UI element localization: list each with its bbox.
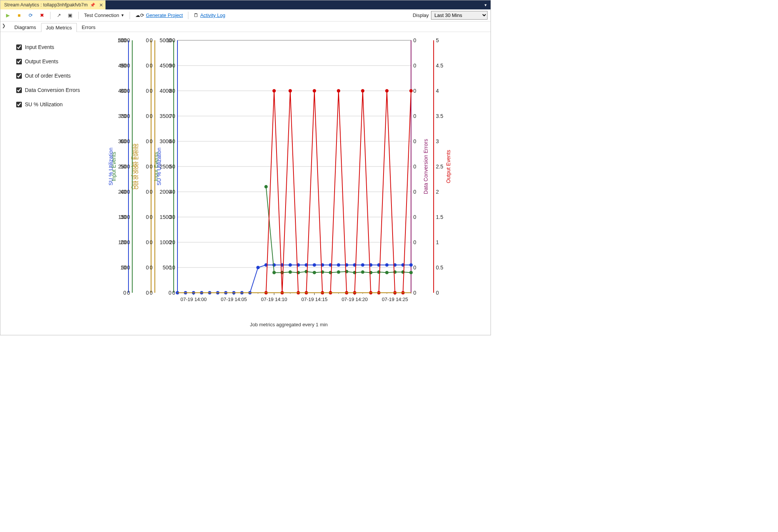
svg-point-216 <box>385 89 388 93</box>
svg-text:2000: 2000 <box>118 189 130 195</box>
svg-text:3000: 3000 <box>118 138 130 144</box>
svg-text:10: 10 <box>169 264 175 271</box>
svg-text:07-19 14:20: 07-19 14:20 <box>342 297 368 302</box>
close-icon[interactable]: ✕ <box>98 2 103 8</box>
legend-item-input-events[interactable]: Input Events <box>16 44 91 50</box>
stop-icon[interactable]: ■ <box>15 11 24 20</box>
toolbar: ▶ ■ ⟳ ✖ ↗ ▣ Test Connection ▼ ☁⟳ Generat… <box>0 9 491 21</box>
svg-text:0: 0 <box>150 239 153 245</box>
svg-point-178 <box>385 263 388 267</box>
svg-text:0: 0 <box>146 239 149 245</box>
svg-point-172 <box>337 263 340 267</box>
svg-point-166 <box>289 263 292 267</box>
ide-tab[interactable]: Stream Analytics : tollapp3nhfjpakfvb7m … <box>0 0 106 9</box>
expand-icon[interactable]: ❯ <box>2 23 6 28</box>
svg-point-182 <box>264 185 268 188</box>
tab-job-metrics[interactable]: Job Metrics <box>41 23 77 32</box>
svg-text:0: 0 <box>150 138 153 144</box>
svg-text:2500: 2500 <box>118 164 130 170</box>
checkbox-su-util[interactable] <box>16 102 22 107</box>
svg-point-219 <box>410 89 413 93</box>
svg-text:0: 0 <box>436 290 439 296</box>
chevron-down-icon: ▼ <box>121 13 124 17</box>
window: Stream Analytics : tollapp3nhfjpakfvb7m … <box>0 0 491 335</box>
checkbox-output-events[interactable] <box>16 59 22 64</box>
svg-text:50: 50 <box>169 164 175 170</box>
play-icon[interactable]: ▶ <box>3 11 12 20</box>
svg-point-175 <box>361 263 364 267</box>
cloud-refresh-icon: ☁⟳ <box>135 12 144 18</box>
svg-text:0: 0 <box>150 290 153 296</box>
svg-text:0: 0 <box>146 264 149 271</box>
svg-text:60: 60 <box>169 138 175 144</box>
legend-item-out-of-order[interactable]: Out of order Events <box>16 73 91 79</box>
checkbox-data-conv[interactable] <box>16 87 22 93</box>
svg-text:0: 0 <box>413 264 416 271</box>
svg-text:0: 0 <box>413 164 416 170</box>
legend: Input Events Output Events Out of order … <box>4 37 91 327</box>
svg-text:0: 0 <box>413 138 416 144</box>
svg-point-169 <box>313 263 316 267</box>
legend-item-data-conv[interactable]: Data Conversion Errors <box>16 87 91 93</box>
svg-text:07-19 14:15: 07-19 14:15 <box>301 297 327 302</box>
svg-text:0: 0 <box>127 290 130 296</box>
svg-text:100: 100 <box>167 37 176 43</box>
svg-text:90: 90 <box>169 63 175 69</box>
legend-item-su-util[interactable]: SU % Utilization <box>16 101 91 107</box>
svg-text:1: 1 <box>436 239 439 245</box>
svg-text:0: 0 <box>150 88 153 94</box>
checkbox-out-of-order[interactable] <box>16 73 22 79</box>
svg-text:1.5: 1.5 <box>436 214 443 220</box>
tab-errors[interactable]: Errors <box>77 23 101 32</box>
svg-text:0: 0 <box>150 113 153 119</box>
generate-project-button[interactable]: ☁⟳ Generate Project <box>134 12 184 18</box>
legend-item-output-events[interactable]: Output Events <box>16 58 91 64</box>
svg-text:Out of order Events: Out of order Events <box>133 144 139 189</box>
window-menu-icon[interactable]: ▾ <box>481 0 491 9</box>
chart: 07-19 14:0007-19 14:0507-19 14:1007-19 1… <box>91 37 487 327</box>
display-label: Display <box>413 12 429 18</box>
generate-project-link[interactable]: Generate Project <box>146 12 183 18</box>
svg-point-197 <box>385 271 388 274</box>
svg-text:0: 0 <box>146 214 149 220</box>
svg-text:0: 0 <box>146 189 149 195</box>
svg-point-191 <box>337 271 340 274</box>
svg-text:5000: 5000 <box>118 37 130 43</box>
svg-text:0: 0 <box>413 290 416 296</box>
checkbox-input-events[interactable] <box>16 44 22 50</box>
svg-text:1000: 1000 <box>118 239 130 245</box>
open-external-icon[interactable]: ↗ <box>54 11 63 20</box>
svg-text:0: 0 <box>146 164 149 170</box>
svg-text:Data Conversion Errors: Data Conversion Errors <box>423 139 429 194</box>
svg-text:Input Events: Input Events <box>111 152 117 181</box>
svg-text:5: 5 <box>436 37 439 43</box>
svg-text:3: 3 <box>436 138 439 144</box>
svg-point-183 <box>272 271 276 274</box>
svg-text:0: 0 <box>413 113 416 119</box>
svg-text:0: 0 <box>150 37 153 43</box>
svg-text:70: 70 <box>169 113 175 119</box>
delete-icon[interactable]: ✖ <box>37 11 46 20</box>
chart-caption: Job metrics aggregated every 1 min <box>91 316 487 327</box>
activity-log-link[interactable]: Activity Log <box>200 12 225 18</box>
layout-icon[interactable]: ▣ <box>66 11 75 20</box>
svg-text:500: 500 <box>121 264 130 271</box>
svg-text:2: 2 <box>436 189 439 195</box>
tab-diagrams[interactable]: Diagrams <box>9 23 41 32</box>
display-select[interactable]: Last 30 Mins <box>431 11 488 20</box>
refresh-icon[interactable]: ⟳ <box>26 11 35 20</box>
svg-point-200 <box>410 271 413 274</box>
svg-point-213 <box>361 89 364 93</box>
svg-text:80: 80 <box>169 88 175 94</box>
log-icon: 🗒 <box>194 12 199 18</box>
test-connection-dropdown[interactable]: Test Connection ▼ <box>83 12 126 18</box>
activity-log-button[interactable]: 🗒 Activity Log <box>192 12 226 18</box>
titlebar: Stream Analytics : tollapp3nhfjpakfvb7m … <box>0 0 491 9</box>
svg-text:3.5: 3.5 <box>436 113 443 119</box>
pin-icon[interactable]: 📌 <box>90 3 95 8</box>
svg-text:0: 0 <box>172 290 175 296</box>
svg-text:0: 0 <box>150 189 153 195</box>
ide-tab-title: Stream Analytics : tollapp3nhfjpakfvb7m <box>4 2 88 8</box>
svg-point-194 <box>361 271 364 274</box>
svg-text:0.5: 0.5 <box>436 264 443 271</box>
